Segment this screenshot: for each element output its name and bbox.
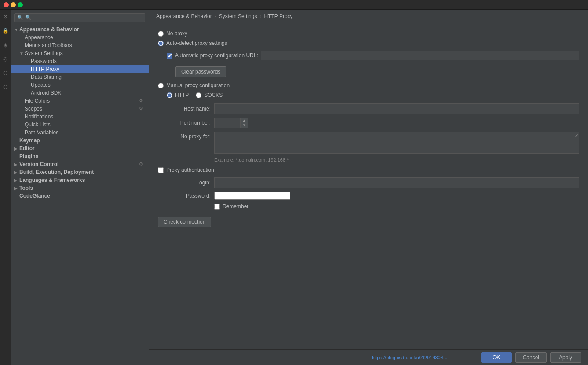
remember-checkbox[interactable] bbox=[214, 204, 220, 210]
port-spinners: ▲ ▼ bbox=[241, 118, 248, 128]
sidebar-item-scopes[interactable]: Scopes⚙ bbox=[11, 105, 149, 113]
http-socks-row: HTTP SOCKS bbox=[167, 92, 579, 98]
sidebar-label-updates: Updates bbox=[31, 82, 51, 88]
breadcrumb: Appearance & Behavior › System Settings … bbox=[149, 10, 588, 23]
maximize-button[interactable] bbox=[18, 2, 23, 7]
sidebar-item-menus-toolbars[interactable]: Menus and Toolbars bbox=[11, 41, 149, 49]
check-connection-button[interactable]: Check connection bbox=[158, 217, 211, 227]
no-proxy-expand-button[interactable]: ⤢ bbox=[574, 133, 578, 138]
password-label: Password: bbox=[158, 193, 211, 199]
sidebar-item-build-execution[interactable]: Build, Execution, Deployment bbox=[11, 168, 149, 176]
proxy-auth-label[interactable]: Proxy authentication bbox=[166, 167, 214, 173]
sidebar-label-http-proxy: HTTP Proxy bbox=[31, 66, 59, 72]
manual-proxy-radio[interactable] bbox=[158, 83, 164, 88]
auto-config-url-input[interactable] bbox=[261, 51, 579, 60]
port-number-input[interactable]: 80 bbox=[214, 118, 241, 128]
sidebar-label-appearance-behavior: Appearance & Behavior bbox=[19, 26, 79, 33]
sidebar-item-passwords[interactable]: Passwords bbox=[11, 57, 149, 65]
clear-passwords-button[interactable]: Clear passwords bbox=[175, 66, 226, 77]
arrow-tools bbox=[14, 186, 19, 191]
login-row: Login: bbox=[158, 177, 579, 188]
sidebar-item-plugins[interactable]: Plugins bbox=[11, 152, 149, 160]
auto-config-checkbox[interactable] bbox=[167, 53, 172, 59]
http-label[interactable]: HTTP bbox=[175, 92, 189, 98]
no-proxy-radio[interactable] bbox=[158, 31, 164, 37]
port-decrement[interactable]: ▼ bbox=[241, 123, 248, 128]
no-proxy-for-input[interactable] bbox=[214, 132, 579, 154]
sidebar-item-version-control[interactable]: Version Control⚙ bbox=[11, 160, 149, 168]
sidebar-item-tools[interactable]: Tools bbox=[11, 184, 149, 192]
socks-radio[interactable] bbox=[196, 92, 201, 98]
login-label: Login: bbox=[158, 180, 211, 186]
sidebar-item-http-proxy[interactable]: HTTP Proxy bbox=[11, 65, 149, 73]
sidebar-label-data-sharing: Data Sharing bbox=[31, 74, 62, 80]
content-body: No proxy Auto-detect proxy settings Auto… bbox=[149, 23, 588, 349]
remember-row: Remember bbox=[214, 203, 579, 210]
no-proxy-row: No proxy bbox=[158, 30, 579, 37]
sidebar-item-appearance[interactable]: Appearance bbox=[11, 33, 149, 41]
port-input-wrap: 80 ▲ ▼ bbox=[214, 118, 248, 128]
sidebar-label-quick-lists: Quick Lists bbox=[25, 122, 51, 128]
sidebar-item-file-colors[interactable]: File Colors⚙ bbox=[11, 97, 149, 105]
gutter-icon-5[interactable]: ⬡ bbox=[2, 70, 9, 77]
proxy-auth-checkbox[interactable] bbox=[158, 167, 164, 173]
login-input[interactable] bbox=[214, 177, 579, 188]
breadcrumb-part1: Appearance & Behavior bbox=[156, 13, 212, 19]
sidebar-item-android-sdk[interactable]: Android SDK bbox=[11, 89, 149, 97]
no-proxy-for-label: No proxy for: bbox=[158, 133, 211, 140]
auto-config-label[interactable]: Automatic proxy configuration URL: bbox=[175, 52, 258, 59]
sidebar-item-path-variables[interactable]: Path Variables bbox=[11, 129, 149, 136]
status-url: https://blog.csdn.net/u012914304... bbox=[372, 355, 447, 360]
gutter-icon-6[interactable]: ⬡ bbox=[2, 84, 9, 91]
search-box[interactable]: 🔍 bbox=[14, 13, 145, 22]
sidebar-item-system-settings[interactable]: System Settings bbox=[11, 49, 149, 57]
gutter-icon-3[interactable]: ◈ bbox=[2, 41, 9, 48]
sidebar-label-version-control: Version Control bbox=[19, 161, 58, 167]
sidebar-item-keymap[interactable]: Keymap bbox=[11, 136, 149, 144]
remember-label[interactable]: Remember bbox=[223, 203, 248, 210]
sidebar-item-updates[interactable]: Updates bbox=[11, 81, 149, 89]
clear-passwords-wrap: Clear passwords bbox=[175, 65, 579, 77]
sidebar-item-data-sharing[interactable]: Data Sharing bbox=[11, 73, 149, 81]
sidebar-label-android-sdk: Android SDK bbox=[31, 90, 61, 96]
sidebar-label-system-settings: System Settings bbox=[25, 50, 63, 56]
sidebar-label-tools: Tools bbox=[19, 185, 33, 191]
gutter-icon-4[interactable]: ◎ bbox=[2, 55, 9, 63]
http-radio[interactable] bbox=[167, 92, 172, 98]
cancel-button[interactable]: Cancel bbox=[515, 352, 547, 363]
auto-detect-radio[interactable] bbox=[158, 41, 164, 46]
apply-button[interactable]: Apply bbox=[550, 352, 581, 363]
badge-scopes: ⚙ bbox=[139, 106, 145, 112]
gutter-icon-1[interactable]: ⚙ bbox=[2, 13, 9, 20]
sidebar-label-notifications: Notifications bbox=[25, 114, 53, 120]
sidebar-item-quick-lists[interactable]: Quick Lists bbox=[11, 121, 149, 129]
password-row: Password: bbox=[158, 192, 579, 200]
sidebar-item-codeglance[interactable]: CodeGlance bbox=[11, 192, 149, 200]
no-proxy-label[interactable]: No proxy bbox=[166, 30, 187, 37]
breadcrumb-sep1: › bbox=[215, 13, 216, 19]
port-increment[interactable]: ▲ bbox=[241, 118, 248, 123]
arrow-build-execution bbox=[14, 170, 19, 175]
sidebar-item-languages-frameworks[interactable]: Languages & Frameworks bbox=[11, 176, 149, 184]
minimize-button[interactable] bbox=[11, 2, 16, 7]
search-icon: 🔍 bbox=[17, 15, 23, 21]
auto-detect-label[interactable]: Auto-detect proxy settings bbox=[166, 40, 227, 46]
proxy-auth-row: Proxy authentication bbox=[158, 167, 579, 173]
sidebar-item-appearance-behavior[interactable]: Appearance & Behavior bbox=[11, 26, 149, 33]
close-button[interactable] bbox=[4, 2, 9, 7]
password-input[interactable] bbox=[214, 192, 290, 200]
arrow-editor bbox=[14, 146, 19, 151]
socks-label[interactable]: SOCKS bbox=[204, 92, 223, 98]
ok-button[interactable]: OK bbox=[481, 352, 512, 363]
no-proxy-for-wrap: ⤢ bbox=[214, 132, 579, 154]
sidebar-label-appearance: Appearance bbox=[25, 34, 53, 41]
content-area: Appearance & Behavior › System Settings … bbox=[149, 10, 588, 365]
sidebar-item-editor[interactable]: Editor bbox=[11, 144, 149, 152]
manual-proxy-label[interactable]: Manual proxy configuration bbox=[166, 82, 230, 88]
sidebar-item-notifications[interactable]: Notifications bbox=[11, 113, 149, 121]
search-input[interactable] bbox=[25, 15, 142, 21]
sidebar-label-editor: Editor bbox=[19, 145, 35, 151]
gutter-icon-2[interactable]: 🔒 bbox=[2, 27, 9, 34]
host-name-input[interactable] bbox=[214, 103, 579, 114]
host-name-row: Host name: bbox=[158, 103, 579, 114]
